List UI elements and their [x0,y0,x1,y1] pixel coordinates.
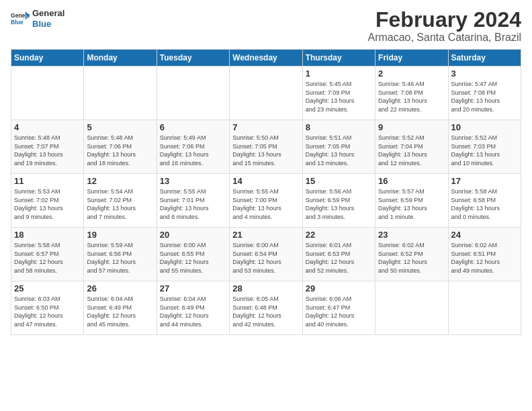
calendar-cell: 9Sunrise: 5:52 AM Sunset: 7:04 PM Daylig… [375,120,448,174]
day-number: 9 [378,122,445,132]
day-number: 27 [160,283,226,293]
calendar-cell: 23Sunrise: 6:02 AM Sunset: 6:52 PM Dayli… [375,228,448,281]
day-number: 3 [451,68,518,79]
day-number: 24 [451,230,518,240]
calendar-cell: 8Sunrise: 5:51 AM Sunset: 7:05 PM Daylig… [302,120,375,174]
day-number: 17 [451,176,518,186]
day-info: Sunrise: 5:45 AM Sunset: 7:09 PM Dayligh… [306,80,372,113]
day-info: Sunrise: 6:06 AM Sunset: 6:47 PM Dayligh… [306,295,372,328]
calendar-table: SundayMondayTuesdayWednesdayThursdayFrid… [11,49,521,335]
day-info: Sunrise: 5:56 AM Sunset: 6:59 PM Dayligh… [306,187,372,221]
weekday-header-row: SundayMondayTuesdayWednesdayThursdayFrid… [11,50,521,66]
calendar-cell: 10Sunrise: 5:52 AM Sunset: 7:03 PM Dayli… [448,120,521,174]
day-number: 10 [451,122,518,132]
weekday-header-saturday: Saturday [448,50,521,66]
calendar-cell: 2Sunrise: 5:46 AM Sunset: 7:08 PM Daylig… [375,66,448,120]
week-row-0: 1Sunrise: 5:45 AM Sunset: 7:09 PM Daylig… [11,66,521,120]
calendar-cell: 27Sunrise: 6:04 AM Sunset: 6:49 PM Dayli… [157,281,229,335]
weekday-header-tuesday: Tuesday [157,50,229,66]
calendar-cell [375,281,448,335]
day-number: 11 [14,176,81,186]
day-info: Sunrise: 5:46 AM Sunset: 7:08 PM Dayligh… [378,80,445,113]
day-info: Sunrise: 6:05 AM Sunset: 6:48 PM Dayligh… [232,295,299,328]
calendar-cell [11,66,84,120]
day-number: 16 [378,176,445,186]
day-info: Sunrise: 5:54 AM Sunset: 7:02 PM Dayligh… [87,187,153,221]
calendar-cell: 16Sunrise: 5:57 AM Sunset: 6:59 PM Dayli… [375,174,448,228]
svg-text:Blue: Blue [11,18,24,25]
calendar-cell: 24Sunrise: 6:02 AM Sunset: 6:51 PM Dayli… [448,228,521,281]
calendar-cell: 4Sunrise: 5:48 AM Sunset: 7:07 PM Daylig… [11,120,84,174]
day-number: 22 [306,230,372,240]
day-number: 5 [87,122,153,132]
calendar-cell: 26Sunrise: 6:04 AM Sunset: 6:49 PM Dayli… [84,281,157,335]
day-info: Sunrise: 5:50 AM Sunset: 7:05 PM Dayligh… [232,134,299,167]
day-number: 4 [14,122,81,132]
day-number: 23 [378,230,445,240]
day-number: 26 [87,283,153,293]
day-number: 1 [306,68,372,79]
day-info: Sunrise: 6:02 AM Sunset: 6:52 PM Dayligh… [378,241,445,275]
day-info: Sunrise: 5:47 AM Sunset: 7:08 PM Dayligh… [451,80,518,113]
calendar-cell: 15Sunrise: 5:56 AM Sunset: 6:59 PM Dayli… [302,174,375,228]
day-info: Sunrise: 5:48 AM Sunset: 7:07 PM Dayligh… [14,134,81,167]
day-info: Sunrise: 5:49 AM Sunset: 7:06 PM Dayligh… [160,134,226,167]
logo-blue: Blue [32,19,64,30]
day-number: 19 [87,230,153,240]
calendar-cell: 22Sunrise: 6:01 AM Sunset: 6:53 PM Dayli… [302,228,375,281]
day-number: 12 [87,176,153,186]
weekday-header-wednesday: Wednesday [230,50,302,66]
logo-icon: General Blue [11,9,30,28]
calendar-cell: 5Sunrise: 5:48 AM Sunset: 7:06 PM Daylig… [84,120,157,174]
calendar-cell: 20Sunrise: 6:00 AM Sunset: 6:55 PM Dayli… [157,228,229,281]
week-row-1: 4Sunrise: 5:48 AM Sunset: 7:07 PM Daylig… [11,120,521,174]
calendar-cell [84,66,157,120]
calendar-cell [448,281,521,335]
calendar-cell: 29Sunrise: 6:06 AM Sunset: 6:47 PM Dayli… [302,281,375,335]
day-info: Sunrise: 5:52 AM Sunset: 7:03 PM Dayligh… [451,134,518,167]
calendar-cell: 18Sunrise: 5:58 AM Sunset: 6:57 PM Dayli… [11,228,84,281]
calendar-cell: 11Sunrise: 5:53 AM Sunset: 7:02 PM Dayli… [11,174,84,228]
location-title: Armacao, Santa Catarina, Brazil [367,32,521,44]
day-info: Sunrise: 6:03 AM Sunset: 6:50 PM Dayligh… [14,295,81,328]
calendar-cell: 1Sunrise: 5:45 AM Sunset: 7:09 PM Daylig… [302,66,375,120]
day-info: Sunrise: 5:58 AM Sunset: 6:58 PM Dayligh… [451,187,518,221]
day-number: 25 [14,283,81,293]
title-block: February 2024 Armacao, Santa Catarina, B… [367,8,521,44]
day-number: 6 [160,122,226,132]
day-info: Sunrise: 5:51 AM Sunset: 7:05 PM Dayligh… [306,134,372,167]
week-row-3: 18Sunrise: 5:58 AM Sunset: 6:57 PM Dayli… [11,228,521,281]
day-number: 15 [306,176,372,186]
day-number: 20 [160,230,226,240]
day-info: Sunrise: 6:04 AM Sunset: 6:49 PM Dayligh… [87,295,153,328]
calendar-cell: 6Sunrise: 5:49 AM Sunset: 7:06 PM Daylig… [157,120,229,174]
weekday-header-thursday: Thursday [302,50,375,66]
calendar-cell: 12Sunrise: 5:54 AM Sunset: 7:02 PM Dayli… [84,174,157,228]
calendar-cell: 25Sunrise: 6:03 AM Sunset: 6:50 PM Dayli… [11,281,84,335]
day-info: Sunrise: 6:00 AM Sunset: 6:54 PM Dayligh… [232,241,299,275]
day-number: 8 [306,122,372,132]
weekday-header-monday: Monday [84,50,157,66]
calendar-cell: 3Sunrise: 5:47 AM Sunset: 7:08 PM Daylig… [448,66,521,120]
page-container: General Blue General Blue February 2024 … [0,0,532,340]
day-info: Sunrise: 5:48 AM Sunset: 7:06 PM Dayligh… [87,134,153,167]
calendar-cell [157,66,229,120]
weekday-header-friday: Friday [375,50,448,66]
logo: General Blue General Blue [11,8,64,29]
day-info: Sunrise: 5:55 AM Sunset: 7:01 PM Dayligh… [160,187,226,221]
calendar-cell: 7Sunrise: 5:50 AM Sunset: 7:05 PM Daylig… [230,120,302,174]
day-number: 2 [378,68,445,79]
day-info: Sunrise: 6:04 AM Sunset: 6:49 PM Dayligh… [160,295,226,328]
day-info: Sunrise: 5:59 AM Sunset: 6:56 PM Dayligh… [87,241,153,275]
calendar-cell: 28Sunrise: 6:05 AM Sunset: 6:48 PM Dayli… [230,281,302,335]
weekday-header-sunday: Sunday [11,50,84,66]
day-info: Sunrise: 5:55 AM Sunset: 7:00 PM Dayligh… [232,187,299,221]
day-info: Sunrise: 5:57 AM Sunset: 6:59 PM Dayligh… [378,187,445,221]
calendar-cell: 13Sunrise: 5:55 AM Sunset: 7:01 PM Dayli… [157,174,229,228]
day-info: Sunrise: 6:00 AM Sunset: 6:55 PM Dayligh… [160,241,226,275]
day-number: 13 [160,176,226,186]
day-number: 28 [232,283,299,293]
calendar-cell: 14Sunrise: 5:55 AM Sunset: 7:00 PM Dayli… [230,174,302,228]
week-row-4: 25Sunrise: 6:03 AM Sunset: 6:50 PM Dayli… [11,281,521,335]
day-number: 29 [306,283,372,293]
